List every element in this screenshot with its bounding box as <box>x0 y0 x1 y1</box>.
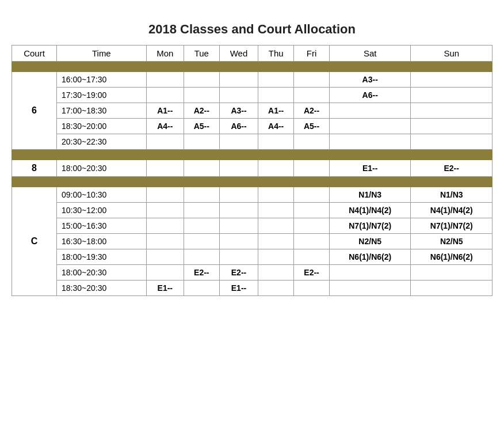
wed-cell: A6-- <box>219 119 258 134</box>
separator-cell <box>146 62 184 72</box>
separator-cell <box>219 150 258 160</box>
mon-cell <box>146 249 184 265</box>
sun-cell <box>411 88 492 103</box>
thu-cell <box>258 134 294 150</box>
sun-cell <box>411 72 492 88</box>
thu-cell <box>258 160 294 177</box>
wed-cell <box>219 72 258 88</box>
table-row: 17:00~18:30A1--A2--A3--A1--A2-- <box>12 103 492 119</box>
header-sun: Sun <box>411 46 492 62</box>
sat-cell: E1-- <box>329 160 411 177</box>
separator-cell <box>184 62 219 72</box>
time-cell: 18:30~20:30 <box>56 281 146 296</box>
table-row: 20:30~22:30 <box>12 134 492 150</box>
wed-cell: A3-- <box>219 103 258 119</box>
mon-cell <box>146 134 184 150</box>
time-cell: 16:00~17:30 <box>56 72 146 88</box>
sat-cell: N6(1)/N6(2) <box>329 249 411 265</box>
mon-cell: E1-- <box>146 281 184 296</box>
thu-cell: A1-- <box>258 103 294 119</box>
fri-cell: A2-- <box>294 103 330 119</box>
thu-cell <box>258 187 294 203</box>
wed-cell <box>219 234 258 249</box>
header-thu: Thu <box>258 46 294 62</box>
time-cell: 09:00~10:30 <box>56 187 146 203</box>
tue-cell <box>184 234 219 249</box>
tue-cell <box>184 72 219 88</box>
separator-cell <box>294 62 330 72</box>
sat-cell: N2/N5 <box>329 234 411 249</box>
fri-cell <box>294 134 330 150</box>
schedule-table: Court Time Mon Tue Wed Thu Fri Sat Sun 6… <box>12 45 492 296</box>
separator-cell <box>56 62 146 72</box>
separator-cell <box>294 177 330 187</box>
header-sat: Sat <box>329 46 411 62</box>
header-tue: Tue <box>184 46 219 62</box>
table-row: 15:00~16:30N7(1)/N7(2)N7(1)/N7(2) <box>12 218 492 234</box>
table-row: 18:00~19:30N6(1)/N6(2)N6(1)/N6(2) <box>12 249 492 265</box>
time-cell: 10:30~12:00 <box>56 203 146 218</box>
fri-cell <box>294 88 330 103</box>
separator-cell <box>258 62 294 72</box>
tue-cell <box>184 187 219 203</box>
sun-cell <box>411 281 492 296</box>
table-row: 18:30~20:30E1--E1-- <box>12 281 492 296</box>
separator-cell <box>146 177 184 187</box>
time-cell: 18:00~20:30 <box>56 160 146 177</box>
table-row: 18:00~20:30E2--E2--E2-- <box>12 265 492 281</box>
table-row: 16:30~18:00N2/N5N2/N5 <box>12 234 492 249</box>
mon-cell <box>146 234 184 249</box>
wed-cell <box>219 203 258 218</box>
separator-cell <box>258 150 294 160</box>
fri-cell <box>294 234 330 249</box>
time-cell: 15:00~16:30 <box>56 218 146 234</box>
sat-cell: A3-- <box>329 72 411 88</box>
fri-cell <box>294 249 330 265</box>
tue-cell <box>184 160 219 177</box>
thu-cell <box>258 265 294 281</box>
fri-cell <box>294 281 330 296</box>
sat-cell <box>329 134 411 150</box>
fri-cell <box>294 160 330 177</box>
tue-cell: A2-- <box>184 103 219 119</box>
thu-cell <box>258 234 294 249</box>
table-row: C09:00~10:30N1/N3N1/N3 <box>12 187 492 203</box>
separator-cell <box>294 150 330 160</box>
tue-cell <box>184 218 219 234</box>
separator-cell <box>146 150 184 160</box>
separator-cell <box>219 177 258 187</box>
wed-cell <box>219 249 258 265</box>
separator-cell <box>411 62 492 72</box>
time-cell: 16:30~18:00 <box>56 234 146 249</box>
time-cell: 17:00~18:30 <box>56 103 146 119</box>
sat-cell: N1/N3 <box>329 187 411 203</box>
header-time: Time <box>56 46 146 62</box>
time-cell: 18:00~20:30 <box>56 265 146 281</box>
separator-cell <box>329 177 411 187</box>
separator-cell <box>184 177 219 187</box>
thu-cell <box>258 72 294 88</box>
wed-cell <box>219 187 258 203</box>
tue-cell <box>184 249 219 265</box>
fri-cell <box>294 187 330 203</box>
thu-cell <box>258 88 294 103</box>
sat-cell <box>329 265 411 281</box>
separator-cell <box>184 150 219 160</box>
time-cell: 20:30~22:30 <box>56 134 146 150</box>
time-cell: 17:30~19:00 <box>56 88 146 103</box>
time-cell: 18:30~20:00 <box>56 119 146 134</box>
mon-cell <box>146 160 184 177</box>
separator-cell <box>329 62 411 72</box>
header-court: Court <box>12 46 57 62</box>
table-row: 17:30~19:00A6-- <box>12 88 492 103</box>
sun-cell: N7(1)/N7(2) <box>411 218 492 234</box>
tue-cell <box>184 134 219 150</box>
table-row: 18:30~20:00A4--A5--A6--A4--A5-- <box>12 119 492 134</box>
mon-cell <box>146 187 184 203</box>
wed-cell <box>219 134 258 150</box>
thu-cell: A4-- <box>258 119 294 134</box>
sun-cell: N6(1)/N6(2) <box>411 249 492 265</box>
separator-cell <box>219 62 258 72</box>
tue-cell: A5-- <box>184 119 219 134</box>
thu-cell <box>258 249 294 265</box>
